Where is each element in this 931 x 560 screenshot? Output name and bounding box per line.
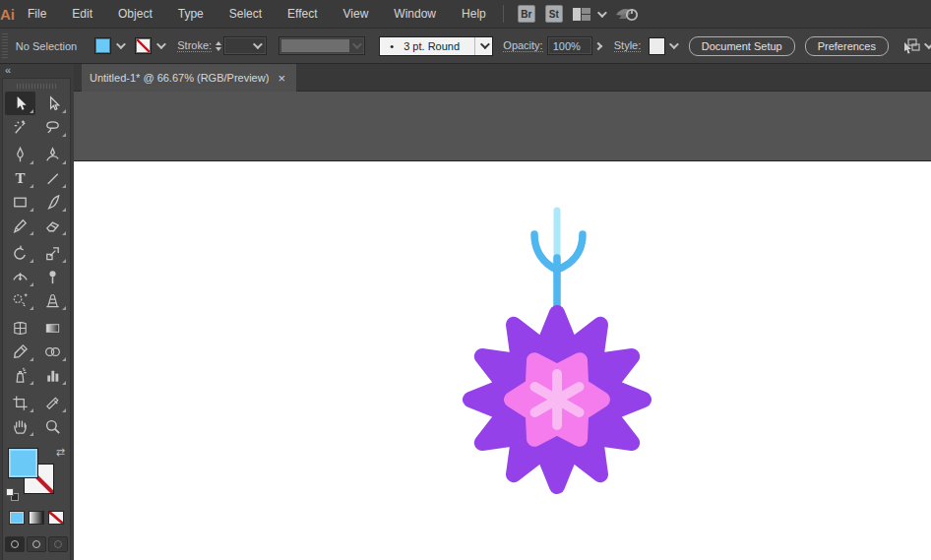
symbol-sprayer-tool[interactable] bbox=[5, 363, 35, 387]
fill-swatch[interactable] bbox=[8, 448, 38, 478]
width-profile-dropdown bbox=[279, 36, 365, 55]
slice-knife-icon bbox=[43, 394, 62, 412]
tab-close-icon[interactable]: × bbox=[275, 70, 288, 87]
fill-color-control[interactable] bbox=[94, 37, 127, 54]
gradient-button[interactable] bbox=[29, 511, 44, 525]
workspace-grid-icon bbox=[573, 8, 591, 21]
rectangle-icon bbox=[11, 193, 30, 212]
swap-fill-stroke-icon[interactable]: ⇄ bbox=[56, 446, 65, 459]
preferences-button[interactable]: Preferences bbox=[805, 36, 889, 56]
menu-view[interactable]: View bbox=[331, 0, 382, 28]
control-bar: No Selection Stroke: • 3 pt. Round bbox=[0, 28, 931, 64]
shape-builder-tool[interactable] bbox=[5, 288, 35, 312]
none-button[interactable] bbox=[48, 511, 64, 525]
mesh-tool[interactable] bbox=[5, 316, 35, 340]
style-label[interactable]: Style: bbox=[614, 39, 642, 52]
curvature-tool[interactable] bbox=[37, 143, 68, 166]
blend-tool[interactable] bbox=[37, 340, 68, 363]
menu-effect[interactable]: Effect bbox=[275, 0, 330, 28]
menu-help[interactable]: Help bbox=[449, 0, 499, 28]
slice-tool[interactable] bbox=[37, 391, 68, 414]
perspective-grid-tool[interactable] bbox=[37, 288, 68, 312]
stem-right-branch[interactable] bbox=[557, 234, 583, 270]
pen-tool[interactable] bbox=[5, 143, 35, 166]
fill-dropdown bbox=[111, 37, 127, 54]
gradient-tool[interactable] bbox=[37, 316, 68, 340]
stepper-down-icon[interactable] bbox=[216, 47, 221, 51]
bridge-button[interactable]: Br bbox=[518, 5, 535, 23]
opacity-expand-button[interactable] bbox=[592, 36, 604, 55]
draw-normal-button[interactable] bbox=[5, 536, 25, 552]
zoom-tool[interactable] bbox=[37, 414, 68, 438]
width-tool[interactable] bbox=[5, 265, 35, 288]
eyedropper-tool[interactable] bbox=[5, 340, 35, 363]
chevron-down-icon bbox=[924, 39, 931, 49]
selection-arrow-icon bbox=[11, 94, 30, 113]
scale-tool[interactable] bbox=[37, 241, 68, 265]
brush-definition-value: 3 pt. Round bbox=[403, 40, 460, 52]
default-fill-stroke-icon[interactable] bbox=[6, 488, 19, 501]
rectangle-tool[interactable] bbox=[5, 190, 35, 214]
tools-panel-grip[interactable] bbox=[17, 82, 56, 90]
menu-separator bbox=[503, 5, 504, 23]
stroke-none-swatch[interactable] bbox=[135, 37, 152, 54]
draw-inside-button[interactable] bbox=[48, 536, 68, 552]
opacity-field[interactable]: 100% bbox=[547, 36, 592, 55]
workspace-switcher[interactable] bbox=[573, 8, 604, 21]
control-panel-menu[interactable] bbox=[900, 37, 931, 55]
stroke-weight-label[interactable]: Stroke: bbox=[177, 39, 212, 52]
artboard-tool[interactable] bbox=[5, 391, 35, 414]
document-tab[interactable]: Untitled-1* @ 66.67% (RGB/Preview) × bbox=[82, 64, 296, 92]
collapse-panel-button[interactable]: « bbox=[0, 64, 74, 78]
chevron-down-icon bbox=[668, 39, 678, 49]
panel-grip[interactable] bbox=[2, 33, 8, 59]
shape-builder-icon bbox=[11, 291, 30, 310]
style-swatch[interactable] bbox=[649, 37, 665, 55]
paintbrush-tool[interactable] bbox=[37, 190, 68, 214]
hand-tool[interactable] bbox=[5, 414, 35, 438]
selection-tool[interactable] bbox=[5, 92, 35, 115]
artboard-canvas[interactable] bbox=[74, 160, 931, 560]
flower-artwork[interactable] bbox=[433, 197, 689, 514]
pen-icon bbox=[11, 146, 30, 164]
toolbar-dock: « bbox=[0, 64, 74, 560]
menu-file[interactable]: File bbox=[15, 0, 59, 28]
stroke-color-control[interactable] bbox=[135, 37, 167, 54]
menu-type[interactable]: Type bbox=[165, 0, 217, 28]
launch-sync-icon[interactable] bbox=[614, 5, 640, 23]
menu-edit[interactable]: Edit bbox=[59, 0, 105, 28]
stroke-weight-stepper[interactable] bbox=[216, 41, 221, 51]
pencil-icon bbox=[11, 217, 30, 235]
color-button[interactable] bbox=[9, 511, 25, 525]
illustrator-window: Ai File Edit Object Type Select Effect V… bbox=[0, 0, 931, 560]
line-segment-tool[interactable] bbox=[37, 166, 68, 190]
brush-definition-dropdown[interactable]: • 3 pt. Round bbox=[379, 36, 493, 56]
menu-select[interactable]: Select bbox=[217, 0, 275, 28]
document-tab-bar: Untitled-1* @ 66.67% (RGB/Preview) × bbox=[74, 64, 931, 92]
fill-color-swatch[interactable] bbox=[94, 37, 111, 54]
shaper-tool[interactable] bbox=[5, 214, 35, 237]
stock-button[interactable]: St bbox=[545, 5, 563, 23]
stepper-up-icon[interactable] bbox=[216, 41, 221, 45]
column-graph-tool[interactable] bbox=[37, 363, 68, 387]
paintbrush-icon bbox=[43, 193, 62, 212]
draw-behind-button[interactable] bbox=[27, 536, 46, 552]
magic-wand-tool[interactable] bbox=[5, 115, 35, 139]
direct-selection-tool[interactable] bbox=[37, 92, 68, 115]
chevron-down-icon bbox=[253, 39, 263, 49]
brush-dropdown-button[interactable] bbox=[474, 37, 492, 55]
eraser-tool[interactable] bbox=[37, 214, 68, 237]
rotate-tool[interactable] bbox=[5, 241, 35, 265]
lasso-tool[interactable] bbox=[37, 115, 68, 139]
type-tool[interactable]: T bbox=[5, 166, 35, 190]
menu-window[interactable]: Window bbox=[381, 0, 449, 28]
pasteboard[interactable] bbox=[74, 92, 931, 160]
puppet-warp-tool[interactable] bbox=[37, 265, 68, 288]
opacity-label[interactable]: Opacity: bbox=[503, 39, 542, 52]
draw-behind-icon bbox=[32, 540, 40, 548]
menu-object[interactable]: Object bbox=[105, 0, 165, 28]
stroke-weight-field[interactable] bbox=[223, 36, 267, 55]
document-setup-button[interactable]: Document Setup bbox=[689, 36, 795, 56]
draw-normal-icon bbox=[11, 540, 19, 548]
style-dropdown[interactable] bbox=[665, 37, 678, 54]
